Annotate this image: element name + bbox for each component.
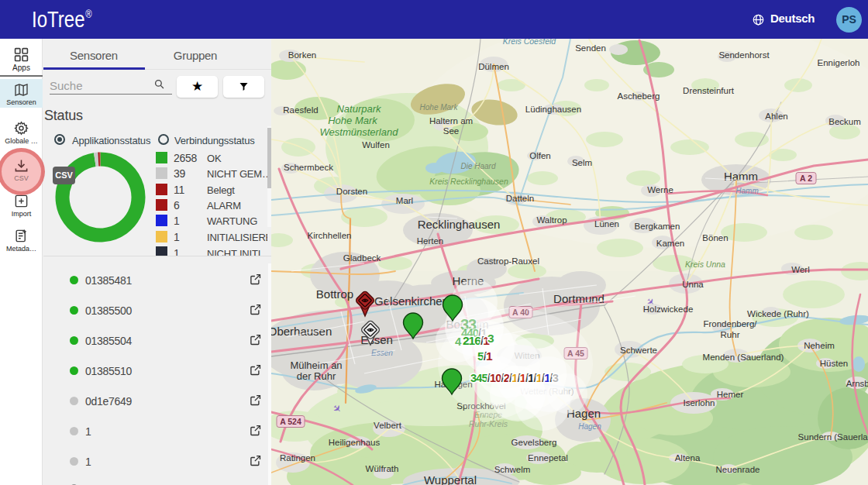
svg-text:Hohe Mark: Hohe Mark bbox=[420, 103, 459, 112]
svg-text:Hemer: Hemer bbox=[717, 390, 744, 399]
svg-text:Frondenberg/: Frondenberg/ bbox=[703, 319, 757, 328]
svg-text:Beckum: Beckum bbox=[828, 117, 861, 126]
svg-text:Dorsten: Dorsten bbox=[336, 187, 367, 196]
svg-text:Datteln: Datteln bbox=[506, 194, 534, 203]
svg-text:5/1: 5/1 bbox=[477, 349, 493, 363]
svg-text:Velbert: Velbert bbox=[374, 421, 402, 430]
svg-text:Castrop-Rauxel: Castrop-Rauxel bbox=[477, 256, 539, 266]
svg-text:Neheim: Neheim bbox=[804, 341, 835, 350]
svg-text:Ennepetal: Ennepetal bbox=[528, 453, 568, 463]
svg-text:Wülfrath: Wülfrath bbox=[366, 464, 399, 473]
svg-text:Arnsberg: Arnsberg bbox=[846, 379, 868, 388]
svg-text:Bergkamen: Bergkamen bbox=[635, 222, 680, 231]
svg-text:Recklinghausen: Recklinghausen bbox=[418, 218, 501, 231]
svg-text:Herten: Herten bbox=[417, 236, 444, 246]
svg-text:Wuppertal: Wuppertal bbox=[424, 473, 477, 485]
svg-text:Hagen: Hagen bbox=[578, 422, 601, 431]
svg-text:Ruhr: Ruhr bbox=[721, 330, 740, 339]
svg-text:A 2: A 2 bbox=[800, 174, 812, 183]
svg-text:Raesfeld: Raesfeld bbox=[283, 105, 318, 115]
svg-text:216/1: 216/1 bbox=[463, 334, 490, 347]
svg-text:der Ruhr: der Ruhr bbox=[297, 370, 336, 382]
svg-text:Wulfen: Wulfen bbox=[362, 140, 390, 150]
svg-text:Oberhausen: Oberhausen bbox=[271, 325, 332, 338]
svg-text:Drensteinfurt: Drensteinfurt bbox=[683, 86, 735, 95]
svg-text:Marl: Marl bbox=[396, 196, 413, 205]
svg-text:Naturpark: Naturpark bbox=[336, 103, 382, 115]
svg-text:Selm: Selm bbox=[572, 158, 592, 167]
svg-text:Dülmen: Dülmen bbox=[478, 62, 509, 71]
svg-text:Sendenhorst: Sendenhorst bbox=[718, 50, 770, 60]
svg-text:Ruhr-Kreis: Ruhr-Kreis bbox=[469, 419, 508, 428]
svg-text:Werl: Werl bbox=[791, 265, 809, 274]
svg-text:Waltrop: Waltrop bbox=[536, 215, 567, 225]
svg-text:Ahlen: Ahlen bbox=[765, 112, 787, 121]
svg-text:Die Haard: Die Haard bbox=[460, 162, 495, 170]
svg-text:Neuenrade: Neuenrade bbox=[716, 465, 760, 474]
svg-text:Kreis Recklinghausen: Kreis Recklinghausen bbox=[429, 177, 508, 186]
svg-text:Gelsenkirchen: Gelsenkirchen bbox=[374, 294, 449, 308]
svg-text:Werne: Werne bbox=[647, 185, 673, 194]
svg-text:Borken: Borken bbox=[288, 50, 316, 60]
svg-text:4: 4 bbox=[455, 335, 462, 348]
svg-text:Kirchhellen: Kirchhellen bbox=[308, 231, 352, 240]
svg-text:Senden: Senden bbox=[575, 43, 606, 53]
svg-text:Westmünsterland: Westmünsterland bbox=[320, 126, 399, 138]
svg-text:Ennigerloh: Ennigerloh bbox=[818, 58, 860, 67]
svg-text:Bottrop: Bottrop bbox=[316, 287, 353, 301]
svg-text:Kamen: Kamen bbox=[656, 239, 684, 248]
svg-text:Sundern (Sauerland): Sundern (Sauerland) bbox=[798, 432, 868, 442]
svg-text:Altena: Altena bbox=[675, 453, 701, 463]
svg-text:Hüsten: Hüsten bbox=[820, 359, 848, 368]
svg-text:Schwelm: Schwelm bbox=[494, 465, 531, 474]
svg-text:Lüdinghausen: Lüdinghausen bbox=[525, 105, 581, 114]
svg-text:Heiligenhaus: Heiligenhaus bbox=[329, 438, 381, 447]
svg-text:Schwerte: Schwerte bbox=[620, 346, 657, 355]
svg-text:Haltern am: Haltern am bbox=[429, 116, 473, 126]
svg-text:3: 3 bbox=[487, 332, 494, 345]
svg-text:345/10/2/1/1/1/1/1/3: 345/10/2/1/1/1/1/1/3 bbox=[470, 372, 559, 384]
svg-text:Schermbeck: Schermbeck bbox=[284, 163, 333, 172]
svg-text:Kreis Unna: Kreis Unna bbox=[685, 260, 725, 269]
svg-text:See: See bbox=[443, 126, 459, 136]
svg-text:Gevelsberg: Gevelsberg bbox=[512, 438, 557, 447]
svg-text:Iserlohn: Iserlohn bbox=[684, 398, 715, 408]
svg-text:Gladbeck: Gladbeck bbox=[343, 253, 381, 263]
svg-text:Hohe Mark: Hohe Mark bbox=[328, 115, 378, 126]
svg-text:Kreis Coesfeld: Kreis Coesfeld bbox=[503, 39, 556, 46]
svg-text:Wickede (Ruhr): Wickede (Ruhr) bbox=[747, 309, 809, 318]
svg-text:Unna: Unna bbox=[682, 280, 704, 289]
svg-text:Bönen: Bönen bbox=[702, 233, 728, 242]
svg-text:A 524: A 524 bbox=[280, 417, 301, 426]
svg-text:Ratingen: Ratingen bbox=[280, 453, 315, 463]
svg-text:Hamm: Hamm bbox=[735, 187, 758, 195]
svg-text:Menden (Sauerland): Menden (Sauerland) bbox=[703, 353, 784, 362]
svg-text:Lünen: Lünen bbox=[594, 219, 619, 229]
svg-text:Olfen: Olfen bbox=[529, 151, 551, 160]
svg-text:Ascheberg: Ascheberg bbox=[618, 91, 660, 101]
